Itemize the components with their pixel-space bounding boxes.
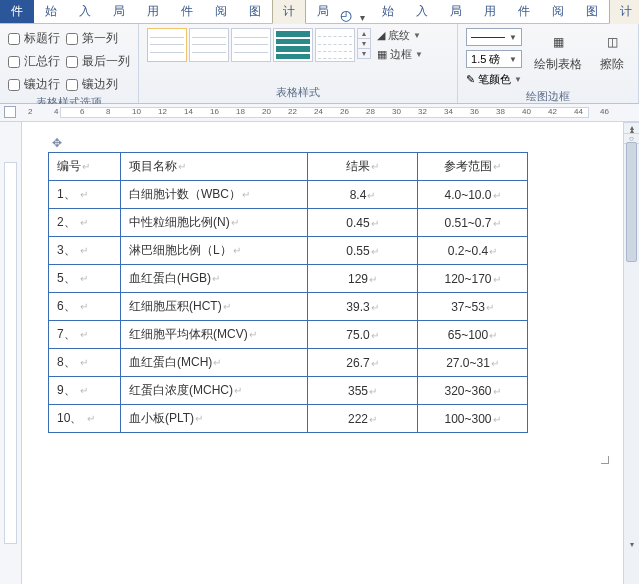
cell-num[interactable]: 5、 ↵ <box>49 265 121 293</box>
checkbox-汇总行[interactable]: 汇总行 <box>8 53 60 70</box>
cell-name[interactable]: 红细胞压积(HCT)↵ <box>121 293 308 321</box>
tab-5[interactable]: 审阅 <box>541 0 575 23</box>
document-area[interactable]: ✥ 编号↵项目名称↵结果↵参考范围↵1、 ↵白细胞计数（WBC）↵8.4↵4.0… <box>22 122 639 584</box>
cell-ref[interactable]: 27.0~31↵ <box>418 349 528 377</box>
cell-result[interactable]: 75.0↵ <box>308 321 418 349</box>
cell-name[interactable]: 红细胞平均体积(MCV)↵ <box>121 321 308 349</box>
header-num[interactable]: 编号↵ <box>49 153 121 181</box>
cell-name[interactable]: 中性粒细胞比例(N)↵ <box>121 209 308 237</box>
checkbox-最后一列[interactable]: 最后一列 <box>66 53 130 70</box>
tab-6[interactable]: 视图 <box>575 0 609 23</box>
cell-result[interactable]: 0.55↵ <box>308 237 418 265</box>
tab-7[interactable]: 设计 <box>272 0 306 24</box>
style-gallery-more[interactable]: ▴▾▾ <box>357 28 371 59</box>
table-resize-handle[interactable] <box>601 456 609 464</box>
cell-num[interactable]: 9、 ↵ <box>49 377 121 405</box>
tab-2[interactable]: 页面布局 <box>439 0 473 23</box>
cell-ref[interactable]: 37~53↵ <box>418 293 528 321</box>
cell-num[interactable]: 1、 ↵ <box>49 181 121 209</box>
checkbox-镶边行[interactable]: 镶边行 <box>8 76 60 93</box>
scroll-down-icon[interactable]: ▾ <box>624 536 639 552</box>
checkbox-input[interactable] <box>66 56 78 68</box>
cell-result[interactable]: 222↵ <box>308 405 418 433</box>
tab-4[interactable]: 邮件 <box>507 0 541 23</box>
cell-result[interactable]: 39.3↵ <box>308 293 418 321</box>
style-thumb-2[interactable] <box>189 28 229 62</box>
table-row[interactable]: 3、 ↵淋巴细胞比例（L）↵0.55↵0.2~0.4↵ <box>49 237 528 265</box>
checkbox-input[interactable] <box>8 79 20 91</box>
checkbox-标题行[interactable]: 标题行 <box>8 30 60 47</box>
data-table[interactable]: 编号↵项目名称↵结果↵参考范围↵1、 ↵白细胞计数（WBC）↵8.4↵4.0~1… <box>48 152 528 433</box>
header-ref[interactable]: 参考范围↵ <box>418 153 528 181</box>
tab-1[interactable]: 插入 <box>68 0 102 23</box>
style-thumb-1[interactable] <box>147 28 187 62</box>
erase-button[interactable]: ◫ 擦除 <box>594 28 630 75</box>
vertical-scrollbar[interactable]: ▴ ▾ ▴○▾ <box>623 122 639 584</box>
cell-ref[interactable]: 320~360↵ <box>418 377 528 405</box>
table-row[interactable]: 5、 ↵血红蛋白(HGB)↵129↵120~170↵ <box>49 265 528 293</box>
draw-table-button[interactable]: ▦ 绘制表格 <box>528 28 588 75</box>
checkbox-input[interactable] <box>66 33 78 45</box>
cell-result[interactable]: 0.45↵ <box>308 209 418 237</box>
cell-num[interactable]: 7、 ↵ <box>49 321 121 349</box>
cell-name[interactable]: 白细胞计数（WBC）↵ <box>121 181 308 209</box>
cell-ref[interactable]: 0.51~0.7↵ <box>418 209 528 237</box>
tab-1[interactable]: 插入 <box>405 0 439 23</box>
ruler-horizontal[interactable]: 2468101214161820222426283032343638404244… <box>0 104 639 122</box>
borders-button[interactable]: ▦ 边框 ▼ <box>377 47 423 62</box>
table-row[interactable]: 8、 ↵血红蛋白(MCH)↵26.7↵27.0~31↵ <box>49 349 528 377</box>
cell-ref[interactable]: 65~100↵ <box>418 321 528 349</box>
tab-file[interactable]: 文件 <box>0 0 34 23</box>
line-style-combo[interactable]: ▼ <box>466 28 522 46</box>
style-thumb-4[interactable] <box>273 28 313 62</box>
table-row[interactable]: 10、 ↵血小板(PLT)↵222↵100~300↵ <box>49 405 528 433</box>
scroll-up-icon[interactable]: ▴ <box>624 122 639 138</box>
cell-result[interactable]: 8.4↵ <box>308 181 418 209</box>
cell-num[interactable]: 10、 ↵ <box>49 405 121 433</box>
cell-num[interactable]: 8、 ↵ <box>49 349 121 377</box>
table-anchor-icon[interactable]: ✥ <box>52 136 62 150</box>
ruler-origin[interactable] <box>4 106 16 118</box>
cell-num[interactable]: 6、 ↵ <box>49 293 121 321</box>
tab-0[interactable]: 开始 <box>371 0 405 23</box>
ruler-vertical[interactable] <box>0 122 22 584</box>
cell-name[interactable]: 红蛋白浓度(MCHC)↵ <box>121 377 308 405</box>
help-icon[interactable]: ◴ <box>340 7 352 23</box>
cell-result[interactable]: 355↵ <box>308 377 418 405</box>
cell-ref[interactable]: 100~300↵ <box>418 405 528 433</box>
tab-4[interactable]: 邮件 <box>170 0 204 23</box>
tab-7[interactable]: 设计 <box>609 0 639 24</box>
tab-0[interactable]: 开始 <box>34 0 68 23</box>
table-row[interactable]: 6、 ↵红细胞压积(HCT)↵39.3↵37~53↵ <box>49 293 528 321</box>
cell-name[interactable]: 淋巴细胞比例（L）↵ <box>121 237 308 265</box>
table-row[interactable]: 9、 ↵红蛋白浓度(MCHC)↵355↵320~360↵ <box>49 377 528 405</box>
cell-num[interactable]: 3、 ↵ <box>49 237 121 265</box>
cell-ref[interactable]: 0.2~0.4↵ <box>418 237 528 265</box>
style-thumb-3[interactable] <box>231 28 271 62</box>
cell-num[interactable]: 2、 ↵ <box>49 209 121 237</box>
header-name[interactable]: 项目名称↵ <box>121 153 308 181</box>
table-header-row[interactable]: 编号↵项目名称↵结果↵参考范围↵ <box>49 153 528 181</box>
collapse-ribbon-icon[interactable]: ▾ <box>360 12 365 23</box>
table-row[interactable]: 1、 ↵白细胞计数（WBC）↵8.4↵4.0~10.0↵ <box>49 181 528 209</box>
gallery-down-icon[interactable]: ▾ <box>358 39 370 49</box>
checkbox-input[interactable] <box>66 79 78 91</box>
tab-6[interactable]: 视图 <box>238 0 272 23</box>
tab-3[interactable]: 引用 <box>473 0 507 23</box>
tab-5[interactable]: 审阅 <box>204 0 238 23</box>
checkbox-镶边列[interactable]: 镶边列 <box>66 76 130 93</box>
table-row[interactable]: 2、 ↵中性粒细胞比例(N)↵0.45↵0.51~0.7↵ <box>49 209 528 237</box>
cell-name[interactable]: 血红蛋白(MCH)↵ <box>121 349 308 377</box>
checkbox-第一列[interactable]: 第一列 <box>66 30 130 47</box>
gallery-expand-icon[interactable]: ▾ <box>358 49 370 58</box>
shading-button[interactable]: ◢ 底纹 ▼ <box>377 28 423 43</box>
scroll-thumb[interactable] <box>626 142 637 262</box>
pen-color-button[interactable]: ✎ 笔颜色 ▼ <box>466 72 522 87</box>
gallery-up-icon[interactable]: ▴ <box>358 29 370 39</box>
style-thumb-5[interactable] <box>315 28 355 62</box>
tab-8[interactable]: 布局 <box>306 0 340 23</box>
table-row[interactable]: 7、 ↵红细胞平均体积(MCV)↵75.0↵65~100↵ <box>49 321 528 349</box>
cell-result[interactable]: 26.7↵ <box>308 349 418 377</box>
cell-ref[interactable]: 4.0~10.0↵ <box>418 181 528 209</box>
cell-result[interactable]: 129↵ <box>308 265 418 293</box>
